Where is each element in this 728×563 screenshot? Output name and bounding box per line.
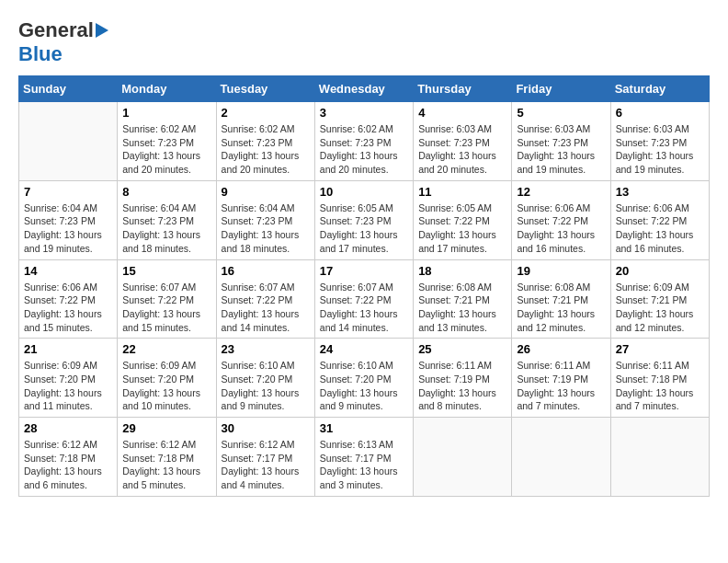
calendar-header-row: SundayMondayTuesdayWednesdayThursdayFrid… (19, 76, 710, 102)
calendar-day-cell: 9Sunrise: 6:04 AMSunset: 7:23 PMDaylight… (216, 180, 314, 259)
day-number: 8 (122, 185, 210, 199)
day-info: Sunrise: 6:03 AMSunset: 7:23 PMDaylight:… (418, 122, 506, 177)
calendar-day-cell (414, 418, 512, 497)
calendar-day-cell: 17Sunrise: 6:07 AMSunset: 7:22 PMDayligh… (314, 259, 413, 339)
calendar-day-cell: 5Sunrise: 6:03 AMSunset: 7:23 PMDaylight… (512, 102, 610, 181)
calendar-day-cell: 18Sunrise: 6:08 AMSunset: 7:21 PMDayligh… (414, 259, 512, 339)
calendar-day-cell: 11Sunrise: 6:05 AMSunset: 7:22 PMDayligh… (414, 180, 512, 259)
day-number: 1 (122, 106, 210, 120)
calendar-day-cell: 20Sunrise: 6:09 AMSunset: 7:21 PMDayligh… (610, 259, 709, 339)
calendar-day-cell: 13Sunrise: 6:06 AMSunset: 7:22 PMDayligh… (610, 180, 709, 259)
calendar-day-cell: 23Sunrise: 6:10 AMSunset: 7:20 PMDayligh… (216, 339, 314, 418)
calendar-week-row: 1Sunrise: 6:02 AMSunset: 7:23 PMDaylight… (19, 102, 710, 181)
day-info: Sunrise: 6:08 AMSunset: 7:21 PMDaylight:… (418, 281, 506, 335)
calendar-day-cell: 24Sunrise: 6:10 AMSunset: 7:20 PMDayligh… (314, 339, 413, 418)
day-number: 16 (222, 264, 310, 278)
day-number: 9 (222, 185, 310, 199)
calendar-week-row: 28Sunrise: 6:12 AMSunset: 7:18 PMDayligh… (19, 418, 710, 497)
day-info: Sunrise: 6:03 AMSunset: 7:23 PMDaylight:… (517, 122, 605, 177)
calendar-day-cell: 8Sunrise: 6:04 AMSunset: 7:23 PMDaylight… (118, 180, 216, 259)
day-info: Sunrise: 6:06 AMSunset: 7:22 PMDaylight:… (24, 281, 112, 335)
day-of-week-header: Thursday (414, 76, 512, 102)
day-of-week-header: Tuesday (216, 76, 314, 102)
calendar-day-cell: 19Sunrise: 6:08 AMSunset: 7:21 PMDayligh… (512, 259, 610, 339)
calendar-day-cell: 28Sunrise: 6:12 AMSunset: 7:18 PMDayligh… (19, 418, 118, 497)
day-info: Sunrise: 6:06 AMSunset: 7:22 PMDaylight:… (616, 201, 704, 256)
day-info: Sunrise: 6:11 AMSunset: 7:19 PMDaylight:… (517, 359, 605, 413)
calendar-day-cell: 6Sunrise: 6:03 AMSunset: 7:23 PMDaylight… (610, 102, 709, 181)
day-number: 28 (24, 421, 112, 435)
calendar-table: SundayMondayTuesdayWednesdayThursdayFrid… (18, 75, 710, 497)
day-info: Sunrise: 6:10 AMSunset: 7:20 PMDaylight:… (320, 359, 408, 413)
day-number: 14 (24, 264, 112, 278)
day-number: 22 (122, 342, 210, 356)
page-header: General Blue (18, 18, 710, 66)
calendar-day-cell: 27Sunrise: 6:11 AMSunset: 7:18 PMDayligh… (610, 339, 709, 418)
logo-general-text: General (18, 18, 94, 42)
day-of-week-header: Saturday (610, 76, 709, 102)
day-info: Sunrise: 6:02 AMSunset: 7:23 PMDaylight:… (122, 122, 210, 177)
day-info: Sunrise: 6:07 AMSunset: 7:22 PMDaylight:… (122, 281, 210, 335)
day-info: Sunrise: 6:11 AMSunset: 7:19 PMDaylight:… (418, 359, 506, 413)
calendar-day-cell (610, 418, 709, 497)
day-info: Sunrise: 6:09 AMSunset: 7:21 PMDaylight:… (616, 281, 704, 335)
day-info: Sunrise: 6:04 AMSunset: 7:23 PMDaylight:… (122, 201, 210, 256)
day-info: Sunrise: 6:07 AMSunset: 7:22 PMDaylight:… (320, 281, 408, 335)
logo-arrow-icon (96, 23, 108, 38)
day-number: 13 (616, 185, 704, 199)
calendar-day-cell: 25Sunrise: 6:11 AMSunset: 7:19 PMDayligh… (414, 339, 512, 418)
day-number: 15 (122, 264, 210, 278)
day-info: Sunrise: 6:02 AMSunset: 7:23 PMDaylight:… (222, 122, 310, 177)
day-number: 10 (320, 185, 408, 199)
logo: General Blue (18, 18, 108, 66)
day-number: 12 (517, 185, 605, 199)
day-info: Sunrise: 6:12 AMSunset: 7:18 PMDaylight:… (122, 438, 210, 492)
day-number: 11 (418, 185, 506, 199)
day-info: Sunrise: 6:07 AMSunset: 7:22 PMDaylight:… (222, 281, 310, 335)
calendar-day-cell: 26Sunrise: 6:11 AMSunset: 7:19 PMDayligh… (512, 339, 610, 418)
calendar-day-cell: 14Sunrise: 6:06 AMSunset: 7:22 PMDayligh… (19, 259, 118, 339)
day-number: 20 (616, 264, 704, 278)
calendar-day-cell: 1Sunrise: 6:02 AMSunset: 7:23 PMDaylight… (118, 102, 216, 181)
day-info: Sunrise: 6:13 AMSunset: 7:17 PMDaylight:… (320, 438, 408, 492)
calendar-day-cell: 30Sunrise: 6:12 AMSunset: 7:17 PMDayligh… (216, 418, 314, 497)
day-number: 7 (24, 185, 112, 199)
day-info: Sunrise: 6:12 AMSunset: 7:18 PMDaylight:… (24, 438, 112, 492)
day-info: Sunrise: 6:04 AMSunset: 7:23 PMDaylight:… (222, 201, 310, 256)
day-of-week-header: Friday (512, 76, 610, 102)
day-number: 26 (517, 342, 605, 356)
calendar-day-cell: 31Sunrise: 6:13 AMSunset: 7:17 PMDayligh… (314, 418, 413, 497)
day-number: 4 (418, 106, 506, 120)
day-info: Sunrise: 6:04 AMSunset: 7:23 PMDaylight:… (24, 201, 112, 256)
day-info: Sunrise: 6:09 AMSunset: 7:20 PMDaylight:… (24, 359, 112, 413)
day-info: Sunrise: 6:11 AMSunset: 7:18 PMDaylight:… (616, 359, 704, 413)
day-number: 3 (320, 106, 408, 120)
day-info: Sunrise: 6:05 AMSunset: 7:22 PMDaylight:… (418, 201, 506, 256)
day-of-week-header: Wednesday (314, 76, 413, 102)
day-number: 25 (418, 342, 506, 356)
calendar-week-row: 14Sunrise: 6:06 AMSunset: 7:22 PMDayligh… (19, 259, 710, 339)
calendar-day-cell: 12Sunrise: 6:06 AMSunset: 7:22 PMDayligh… (512, 180, 610, 259)
day-number: 24 (320, 342, 408, 356)
calendar-week-row: 21Sunrise: 6:09 AMSunset: 7:20 PMDayligh… (19, 339, 710, 418)
day-number: 5 (517, 106, 605, 120)
calendar-day-cell: 2Sunrise: 6:02 AMSunset: 7:23 PMDaylight… (216, 102, 314, 181)
day-info: Sunrise: 6:09 AMSunset: 7:20 PMDaylight:… (122, 359, 210, 413)
day-number: 6 (616, 106, 704, 120)
day-of-week-header: Monday (118, 76, 216, 102)
calendar-day-cell: 29Sunrise: 6:12 AMSunset: 7:18 PMDayligh… (118, 418, 216, 497)
calendar-day-cell: 4Sunrise: 6:03 AMSunset: 7:23 PMDaylight… (414, 102, 512, 181)
day-of-week-header: Sunday (19, 76, 118, 102)
day-number: 30 (222, 421, 310, 435)
calendar-day-cell: 15Sunrise: 6:07 AMSunset: 7:22 PMDayligh… (118, 259, 216, 339)
day-info: Sunrise: 6:06 AMSunset: 7:22 PMDaylight:… (517, 201, 605, 256)
calendar-day-cell: 22Sunrise: 6:09 AMSunset: 7:20 PMDayligh… (118, 339, 216, 418)
day-info: Sunrise: 6:03 AMSunset: 7:23 PMDaylight:… (616, 122, 704, 177)
calendar-day-cell (512, 418, 610, 497)
logo-blue-text: Blue (18, 42, 63, 66)
day-info: Sunrise: 6:05 AMSunset: 7:23 PMDaylight:… (320, 201, 408, 256)
day-info: Sunrise: 6:10 AMSunset: 7:20 PMDaylight:… (222, 359, 310, 413)
day-info: Sunrise: 6:08 AMSunset: 7:21 PMDaylight:… (517, 281, 605, 335)
calendar-day-cell: 21Sunrise: 6:09 AMSunset: 7:20 PMDayligh… (19, 339, 118, 418)
day-info: Sunrise: 6:02 AMSunset: 7:23 PMDaylight:… (320, 122, 408, 177)
